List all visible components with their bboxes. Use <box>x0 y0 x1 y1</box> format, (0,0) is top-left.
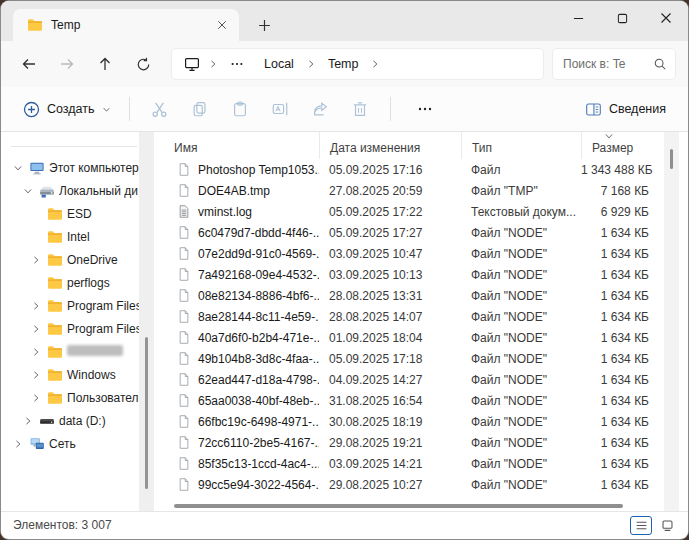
close-button[interactable] <box>644 1 688 35</box>
file-size: 1 634 КБ <box>581 226 667 240</box>
toolbar-divider <box>390 97 391 121</box>
folder-icon <box>47 229 63 245</box>
sidebar-item-label: perflogs <box>67 276 110 290</box>
sidebar-item-onedrive[interactable]: OneDrive <box>1 248 139 271</box>
table-row[interactable]: 6c0479d7-dbdd-4f46-...05.09.2025 17:27Фа… <box>154 222 688 243</box>
copy-button[interactable] <box>180 92 220 126</box>
sidebar-item-сеть[interactable]: Сеть <box>1 432 139 455</box>
chevron-right-icon[interactable] <box>29 324 43 334</box>
table-row[interactable]: DOE4AB.tmp27.08.2025 20:59Файл "TMP"7 16… <box>154 180 688 201</box>
tab-temp[interactable]: Temp <box>13 9 239 41</box>
sidebar-item-esd[interactable]: ESD <box>1 202 139 225</box>
minimize-button[interactable] <box>556 1 600 35</box>
vertical-scrollbar-thumb[interactable] <box>670 149 673 169</box>
file-name: 65aa0038-40bf-48eb-... <box>198 394 319 408</box>
table-row[interactable]: 08e82134-8886-4bf6-...28.08.2025 13:31Фа… <box>154 285 688 306</box>
file-size: 1 634 КБ <box>581 478 667 492</box>
cut-button[interactable] <box>140 92 180 126</box>
chevron-right-icon[interactable] <box>21 416 35 426</box>
table-row[interactable]: Photoshop Temp1053...05.09.2025 17:16Фай… <box>154 159 688 180</box>
monitor-icon[interactable] <box>184 56 200 72</box>
sidebar-item-intel[interactable]: Intel <box>1 225 139 248</box>
table-row[interactable]: 49b104b8-3d8c-4faa-...05.09.2025 17:18Фа… <box>154 348 688 369</box>
delete-button[interactable] <box>340 92 380 126</box>
horizontal-scrollbar[interactable] <box>154 501 688 511</box>
new-tab-button[interactable] <box>249 10 279 40</box>
forward-button[interactable] <box>49 48 85 80</box>
sidebar-item-redacted[interactable] <box>1 340 139 363</box>
maximize-button[interactable] <box>600 1 644 35</box>
sidebar-item-data-d-[interactable]: data (D:) <box>1 409 139 432</box>
table-row[interactable]: 65aa0038-40bf-48eb-...31.08.2025 16:54Фа… <box>154 390 688 411</box>
icons-view-button[interactable] <box>656 516 678 535</box>
tab-close-icon[interactable] <box>213 16 231 34</box>
chevron-right-icon[interactable] <box>11 439 25 449</box>
file-name: 72cc6110-2be5-4167-... <box>198 436 319 450</box>
breadcrumb[interactable]: Local Temp <box>171 48 544 80</box>
chevron-down-icon <box>102 105 111 114</box>
sidebar-item-label: Program Files <box>67 299 139 313</box>
column-header-type[interactable]: Тип <box>461 132 581 159</box>
sidebar-item-windows[interactable]: Windows <box>1 363 139 386</box>
search-input[interactable]: Поиск в: Te <box>552 48 676 80</box>
table-row[interactable]: vminst.log05.09.2025 17:22Текстовый доку… <box>154 201 688 222</box>
chevron-right-icon[interactable] <box>29 347 43 357</box>
breadcrumb-item-local[interactable]: Local <box>256 54 302 74</box>
command-bar: Создать Сведения <box>1 87 688 132</box>
file-name: vminst.log <box>198 205 252 219</box>
chevron-right-icon[interactable] <box>29 370 43 380</box>
paste-button[interactable] <box>220 92 260 126</box>
chevron-right-icon[interactable] <box>29 393 43 403</box>
chevron-right-icon[interactable] <box>29 301 43 311</box>
table-row[interactable]: 66fbc19c-6498-4971-...30.08.2025 18:19Фа… <box>154 411 688 432</box>
table-row[interactable]: 40a7d6f0-b2b4-471e-...01.09.2025 18:04Фа… <box>154 327 688 348</box>
breadcrumb-item-temp[interactable]: Temp <box>320 54 367 74</box>
table-row[interactable]: 7a492168-09e4-4532-...03.09.2025 10:13Фа… <box>154 264 688 285</box>
main-area: Этот компьютерЛокальный диESDIntelOneDri… <box>1 132 688 511</box>
table-row[interactable]: 8ae28144-8c11-4e59-...28.08.2025 14:07Фа… <box>154 306 688 327</box>
file-size: 1 634 КБ <box>581 331 667 345</box>
table-row[interactable]: 85f35c13-1ccd-4ac4-...03.09.2025 14:21Фа… <box>154 453 688 474</box>
table-row[interactable]: 62ead447-d18a-4798-...04.09.2025 14:27Фа… <box>154 369 688 390</box>
sidebar-item-perflogs[interactable]: perflogs <box>1 271 139 294</box>
sidebar-item-этот-компьютер[interactable]: Этот компьютер <box>1 156 139 179</box>
chevron-down-icon[interactable] <box>11 163 25 173</box>
refresh-button[interactable] <box>125 48 161 80</box>
chevron-right-icon[interactable] <box>29 255 43 265</box>
sidebar-item-пользовател[interactable]: Пользовател <box>1 386 139 409</box>
sidebar-scrollbar-thumb[interactable] <box>145 337 148 489</box>
vertical-scrollbar[interactable] <box>664 132 679 511</box>
breadcrumb-ellipsis[interactable] <box>222 54 252 74</box>
sidebar-item-program-files[interactable]: Program Files <box>1 294 139 317</box>
sidebar-item-label: Intel <box>67 230 90 244</box>
file-date: 03.09.2025 10:47 <box>319 247 461 261</box>
sidebar-item-локальный-ди[interactable]: Локальный ди <box>1 179 139 202</box>
file-name-cell: 66fbc19c-6498-4971-... <box>154 414 319 429</box>
folder-icon <box>47 390 63 406</box>
details-pane-button[interactable]: Сведения <box>577 95 674 124</box>
back-button[interactable] <box>11 48 47 80</box>
details-view-button[interactable] <box>630 516 652 535</box>
file-name: 6c0479d7-dbdd-4f46-... <box>198 226 319 240</box>
table-row[interactable]: 72cc6110-2be5-4167-...29.08.2025 19:21Фа… <box>154 432 688 453</box>
sidebar-item-program-files[interactable]: Program Files <box>1 317 139 340</box>
file-name-cell: 08e82134-8886-4bf6-... <box>154 288 319 303</box>
chevron-down-icon[interactable] <box>21 186 35 196</box>
share-button[interactable] <box>300 92 340 126</box>
table-row[interactable]: 99cc5e94-3022-4564-...29.08.2025 10:27Фа… <box>154 474 688 495</box>
see-more-button[interactable] <box>405 92 445 126</box>
tab-bar: Temp <box>1 1 688 41</box>
column-header-date[interactable]: Дата изменения <box>319 132 461 159</box>
horizontal-scrollbar-thumb[interactable] <box>174 504 623 508</box>
up-button[interactable] <box>87 48 123 80</box>
sidebar-item-label: Локальный ди <box>59 184 138 198</box>
column-header-name[interactable]: Имя <box>154 132 319 159</box>
address-bar: Local Temp Поиск в: Te <box>1 41 688 87</box>
rename-button[interactable] <box>260 92 300 126</box>
table-row[interactable]: 07e2dd9d-91c0-4569-...03.09.2025 10:47Фа… <box>154 243 688 264</box>
network-icon <box>29 436 45 452</box>
sidebar-scrollbar[interactable] <box>139 132 154 511</box>
create-button[interactable]: Создать <box>15 95 119 124</box>
column-header-size[interactable]: Размер <box>581 132 667 159</box>
search-icon <box>653 57 667 71</box>
